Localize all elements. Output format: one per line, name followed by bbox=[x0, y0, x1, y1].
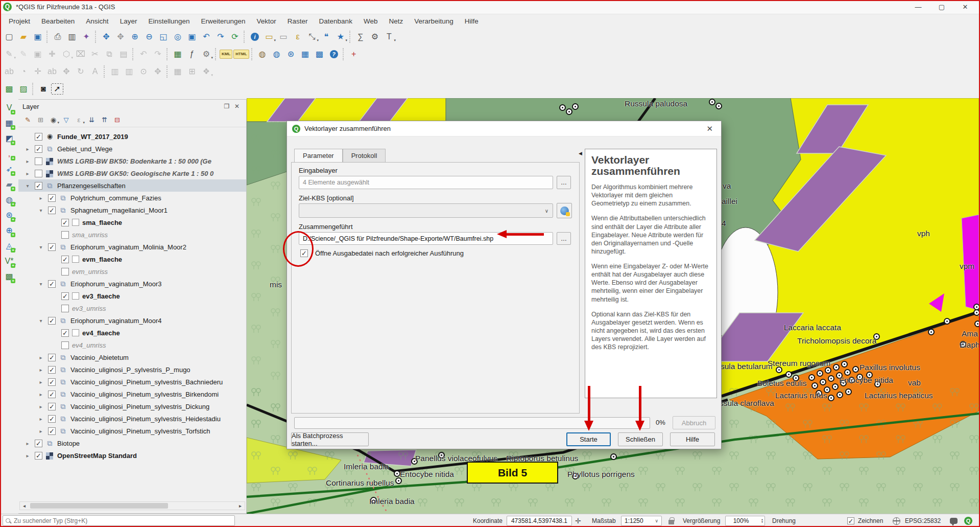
layer-item-funde-wt-2017-2019[interactable]: ◉Funde_WT_2017_2019 bbox=[18, 130, 246, 143]
layer-visibility-checkbox[interactable] bbox=[35, 182, 42, 190]
filter-by-expression-icon[interactable]: ε▾ bbox=[73, 114, 85, 126]
filter-legend-icon[interactable]: ▽ bbox=[60, 114, 72, 126]
zoom-in-icon[interactable]: ⊕ bbox=[128, 30, 141, 43]
new-map-view-icon[interactable]: ▩ bbox=[3, 82, 16, 96]
layer-visibility-checkbox[interactable] bbox=[48, 403, 56, 410]
expand-closed-icon[interactable]: ▸ bbox=[37, 367, 45, 373]
scroll-right-icon[interactable]: ▸ bbox=[236, 503, 245, 509]
expand-closed-icon[interactable]: ▸ bbox=[37, 416, 45, 422]
close-panel-icon[interactable]: ✕ bbox=[232, 103, 242, 110]
expand-closed-icon[interactable]: ▸ bbox=[23, 171, 32, 176]
layer-visibility-checkbox[interactable] bbox=[48, 243, 56, 251]
input-layers-browse-button[interactable]: … bbox=[557, 176, 571, 189]
magnifier-spinbox[interactable]: 100% bbox=[725, 516, 765, 526]
menu-netz[interactable]: Netz bbox=[383, 15, 409, 27]
field-calculator-icon[interactable]: ƒ bbox=[185, 48, 199, 61]
layer-item-vaccinio-uliginosi-pinetum-sylvestris-di[interactable]: ▸⧉Vaccinio_uliginosi_Pinetum_sylvestris_… bbox=[18, 400, 246, 413]
expand-open-icon[interactable]: ▾ bbox=[37, 244, 45, 250]
target-crs-combobox[interactable]: ∨ bbox=[299, 203, 553, 218]
expand-closed-icon[interactable]: ▸ bbox=[23, 453, 32, 459]
select-features-icon[interactable]: ▭▾ bbox=[262, 30, 276, 43]
layer-item-eriophorum-vaginatum-moor3[interactable]: ▾⧉Eriophorum_vaginatum_Moor3 bbox=[18, 278, 246, 290]
layer-item-eriophorum-vaginatum-moor4[interactable]: ▾⧉Eriophorum_vaginatum_Moor4 bbox=[18, 314, 246, 327]
new-3d-map-view-icon[interactable]: ▨ bbox=[17, 82, 30, 96]
open-layer-styling-icon[interactable]: ✎ bbox=[22, 114, 34, 126]
batch-process-button[interactable]: Als Batchprozess starten... bbox=[291, 432, 369, 446]
layer-item-vaccinio-uliginosi-p-sylvestris-p-mugo[interactable]: ▸⧉Vaccinio_uliginosi_P_sylvestris_P_mugo bbox=[18, 363, 246, 376]
maximize-button[interactable]: ▢ bbox=[930, 1, 953, 14]
layer-tree-hscrollbar[interactable]: ◂ ▸ bbox=[19, 501, 245, 510]
layer-visibility-checkbox[interactable] bbox=[61, 341, 69, 349]
add-wfs-layer-icon[interactable]: ◬▾ bbox=[3, 239, 16, 253]
tile-grid-2-icon[interactable]: ▩ bbox=[313, 48, 326, 61]
remove-layer-icon[interactable]: ⊟ bbox=[111, 114, 123, 126]
pan-map-icon[interactable]: ✥ bbox=[100, 30, 113, 43]
layer-item-ev4-umriss[interactable]: ev4_umriss bbox=[18, 339, 246, 351]
zoom-full-icon[interactable]: ◱ bbox=[157, 30, 170, 43]
layer-visibility-checkbox[interactable] bbox=[48, 427, 56, 435]
layer-item-vaccinio-uliginosi-pinetum-sylvestris-ba[interactable]: ▸⧉Vaccinio_uliginosi_Pinetum_sylvestris_… bbox=[18, 376, 246, 388]
map-tips-icon[interactable]: ❝ bbox=[320, 30, 333, 43]
add-mesh-layer-icon[interactable]: ◩ bbox=[3, 132, 16, 145]
layer-item-wms-lgrb-bw-bk50-bodenkarte-1-50-000-ge[interactable]: ▸WMS LGRB-BW BK50: Bodenkarte 1 : 50 000… bbox=[18, 155, 246, 167]
merged-output-field[interactable]: D:/Science/_QGIS für Pilzfreunde/Shape-E… bbox=[299, 232, 553, 245]
web-globe-icon[interactable]: ⊛ bbox=[284, 48, 298, 61]
menu-ansicht[interactable]: Ansicht bbox=[80, 15, 114, 27]
layer-item-openstreetmap-standard[interactable]: ▸OpenStreetMap Standard bbox=[18, 449, 246, 462]
layer-visibility-checkbox[interactable] bbox=[61, 329, 69, 337]
expand-closed-icon[interactable]: ▸ bbox=[23, 158, 32, 164]
layer-item-ev4-flaeche[interactable]: ev4_flaeche bbox=[18, 327, 246, 339]
expand-closed-icon[interactable]: ▸ bbox=[23, 146, 32, 152]
collapse-all-icon[interactable]: ⇈ bbox=[99, 114, 110, 126]
expand-open-icon[interactable]: ▾ bbox=[23, 183, 32, 189]
messages-icon[interactable] bbox=[950, 514, 958, 527]
layer-item-ev3-umriss[interactable]: ev3_umriss bbox=[18, 302, 246, 314]
layer-actions-icon[interactable]: ⚙▾ bbox=[200, 48, 213, 61]
layer-visibility-checkbox[interactable] bbox=[35, 440, 42, 447]
tab-protokoll[interactable]: Protokoll bbox=[343, 149, 386, 162]
menu-bearbeiten[interactable]: Bearbeiten bbox=[36, 15, 80, 27]
close-button[interactable]: ✕ bbox=[953, 1, 977, 14]
menu-datenbank[interactable]: Datenbank bbox=[314, 15, 358, 27]
expand-closed-icon[interactable]: ▸ bbox=[37, 195, 45, 201]
menu-erweiterungen[interactable]: Erweiterungen bbox=[195, 15, 251, 27]
tab-parameter[interactable]: Parameter bbox=[294, 149, 343, 162]
html-export-icon[interactable]: HTML bbox=[233, 50, 249, 59]
zoom-out-icon[interactable]: ⊖ bbox=[142, 30, 156, 43]
menu-projekt[interactable]: Projekt bbox=[3, 15, 36, 27]
input-layers-field[interactable]: 4 Elemente ausgewählt bbox=[299, 176, 553, 189]
open-attribute-table-icon[interactable]: ▦ bbox=[171, 48, 184, 61]
expand-all-icon[interactable]: ⇊ bbox=[86, 114, 98, 126]
refresh-map-icon[interactable]: ⟳ bbox=[228, 30, 242, 43]
layer-item-wms-lgrb-bw-gk50-geologische-karte-1-50-[interactable]: ▸WMS LGRB-BW GK50: Geologische Karte 1 :… bbox=[18, 167, 246, 179]
add-virtual-layer-icon[interactable]: V*▾ bbox=[3, 255, 16, 268]
tile-grid-icon[interactable]: ▦ bbox=[299, 48, 312, 61]
manage-map-themes-icon[interactable]: ◉▾ bbox=[47, 114, 59, 126]
layer-item-vaccinio-uliginosi-pinetum-sylvestris-bi[interactable]: ▸⧉Vaccinio_uliginosi_Pinetum_sylvestris_… bbox=[18, 388, 246, 400]
symbology-swatch[interactable] bbox=[72, 292, 79, 300]
scale-combobox[interactable]: 1:1250 ∨ bbox=[621, 516, 662, 526]
expand-closed-icon[interactable]: ▸ bbox=[37, 355, 45, 360]
processing-toolbox-icon[interactable]: ⚙ bbox=[368, 30, 381, 43]
menu-vektor[interactable]: Vektor bbox=[251, 15, 282, 27]
deselect-features-icon[interactable]: ▭ bbox=[277, 30, 290, 43]
layer-visibility-checkbox[interactable] bbox=[48, 366, 56, 374]
menu-raster[interactable]: Raster bbox=[282, 15, 314, 27]
import-geotagged-photos-icon[interactable]: ◙ bbox=[37, 82, 50, 96]
layer-item-polytrichum-commune-fazies[interactable]: ▸⧉Polytrichum_commune_Fazies bbox=[18, 192, 246, 204]
expand-closed-icon[interactable]: ▸ bbox=[37, 428, 45, 434]
menu-einstellungen[interactable]: Einstellungen bbox=[142, 15, 195, 27]
layer-visibility-checkbox[interactable] bbox=[35, 133, 42, 141]
lock-scale-icon[interactable] bbox=[668, 514, 674, 527]
qgis-status-icon[interactable]: Q bbox=[964, 514, 972, 527]
layer-item-sphagnetum-magellanici-moor1[interactable]: ▾⧉Sphagnetum_magellanici_Moor1 bbox=[18, 204, 246, 216]
add-raster-layer-icon[interactable]: ▦ bbox=[3, 117, 16, 130]
dock-panel-icon[interactable]: ❐ bbox=[222, 103, 232, 110]
dialog-close-icon[interactable]: ✕ bbox=[703, 124, 716, 133]
layer-visibility-checkbox[interactable] bbox=[48, 280, 56, 288]
pan-to-selection-icon[interactable]: ✥ bbox=[114, 30, 127, 43]
layer-item-ev3-flaeche[interactable]: ev3_flaeche bbox=[18, 290, 246, 302]
layer-item-sma-flaeche[interactable]: sma_flaeche bbox=[18, 216, 246, 228]
layer-item-biotope[interactable]: ▸⧉Biotope bbox=[18, 437, 246, 449]
select-by-expression-icon[interactable]: ε bbox=[291, 30, 304, 43]
